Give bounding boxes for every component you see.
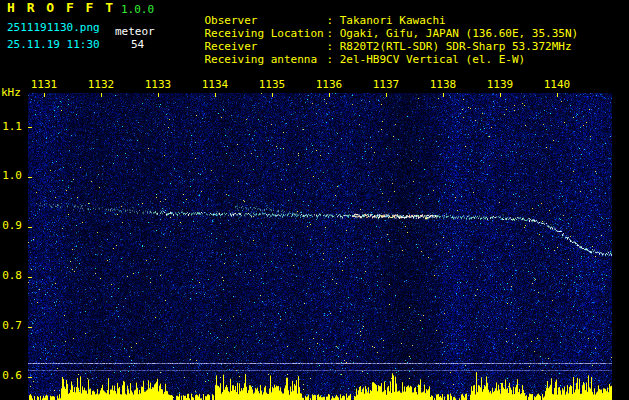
app-title: H R O F F T xyxy=(7,2,115,14)
y-tick-label: 0.6 xyxy=(0,370,22,382)
x-tick-label: 1131 xyxy=(31,79,58,91)
info-label: Receiving antenna xyxy=(205,54,327,66)
y-tick-label: 1.1 xyxy=(0,121,22,133)
x-tick-label: 1140 xyxy=(544,79,571,91)
datetime-label: 25.11.19 11:30 xyxy=(7,39,100,51)
app-version: 1.0.0 xyxy=(121,4,154,16)
y-tick-label: 0.7 xyxy=(0,320,22,332)
hrofft-screenshot: H R O F F T 1.0.0 2511191130.png meteor … xyxy=(0,0,629,400)
output-filename: 2511191130.png xyxy=(7,22,100,34)
mode-label: meteor xyxy=(115,26,155,38)
freq-unit-label: kHz xyxy=(1,87,21,99)
x-tick-label: 1138 xyxy=(430,79,457,91)
y-tick-label: 0.9 xyxy=(0,220,22,232)
x-tick-label: 1133 xyxy=(145,79,172,91)
info-row-antenna: Receiving antenna: 2el-HB9CV Vertical (e… xyxy=(178,42,525,78)
x-tick-label: 1136 xyxy=(316,79,343,91)
x-tick-label: 1134 xyxy=(202,79,229,91)
info-value: 2el-HB9CV Vertical (el. E-W) xyxy=(340,53,525,66)
y-tick-label: 1.0 xyxy=(0,170,22,182)
info-colon: : xyxy=(327,53,340,66)
x-tick-label: 1135 xyxy=(259,79,286,91)
spectrogram-canvas xyxy=(28,93,612,400)
x-tick-label: 1137 xyxy=(373,79,400,91)
echo-count: 54 xyxy=(131,39,144,51)
x-tick-label: 1139 xyxy=(487,79,514,91)
x-tick-label: 1132 xyxy=(88,79,115,91)
y-tick-label: 0.8 xyxy=(0,270,22,282)
